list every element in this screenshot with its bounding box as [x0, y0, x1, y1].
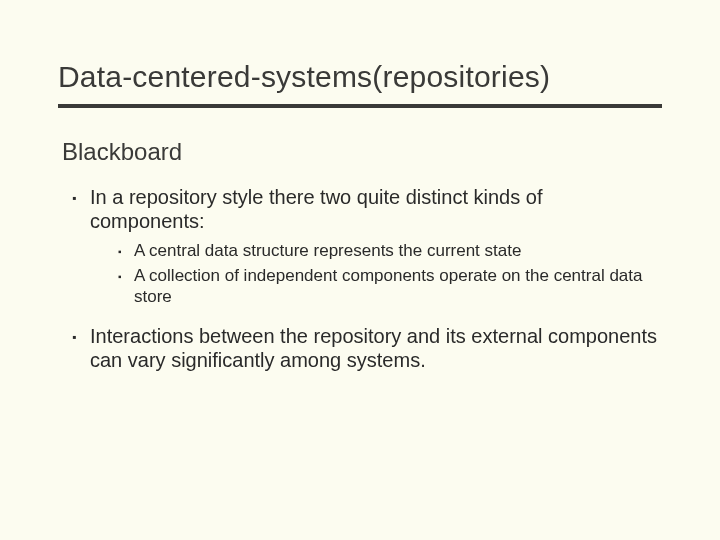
bullet-item: In a repository style there two quite di…	[72, 186, 662, 307]
bullet-list: In a repository style there two quite di…	[72, 186, 662, 373]
sub-bullet-text: A collection of independent components o…	[134, 266, 642, 306]
slide-title: Data-centered-systems(repositories)	[58, 60, 662, 104]
sub-bullet-item: A central data structure represents the …	[118, 241, 662, 262]
bullet-text: In a repository style there two quite di…	[90, 186, 542, 232]
slide-subtitle: Blackboard	[62, 138, 662, 166]
sub-bullet-list: A central data structure represents the …	[118, 241, 662, 307]
bullet-text: Interactions between the repository and …	[90, 325, 657, 371]
sub-bullet-text: A central data structure represents the …	[134, 241, 521, 260]
title-underline	[58, 104, 662, 108]
bullet-item: Interactions between the repository and …	[72, 325, 662, 372]
sub-bullet-item: A collection of independent components o…	[118, 266, 662, 307]
